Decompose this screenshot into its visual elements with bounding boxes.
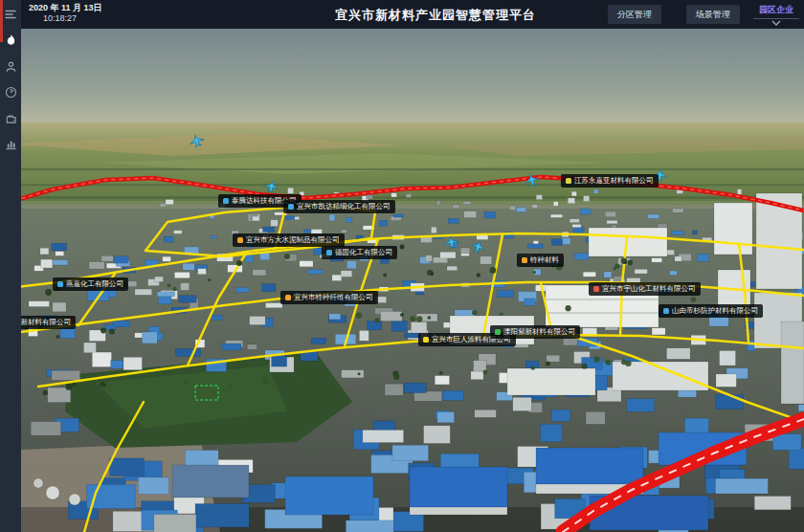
company-label-text: 特种材料 — [530, 256, 559, 264]
company-label[interactable]: 宜兴市特种纤维有限公司 — [280, 291, 378, 304]
company-label-text: 宜兴市方大水泥制品有限公司 — [246, 236, 340, 244]
sidebar-item-menu[interactable] — [0, 3, 21, 26]
date-text: 2020 年 11 月 13日 — [29, 3, 102, 13]
company-label-text: 宜兴市凯达精细化工有限公司 — [297, 203, 391, 211]
header-actions: 分区管理 场景管理 园区企业 — [608, 0, 802, 29]
sidebar-item-factory[interactable] — [0, 106, 21, 129]
time-text: 10:18:27 — [43, 13, 102, 24]
company-marker-icon — [326, 250, 332, 255]
company-label[interactable]: 宜兴市凯达精细化工有限公司 — [283, 200, 395, 213]
company-marker-icon — [285, 295, 291, 300]
company-label[interactable]: 德固化工有限公司 — [322, 246, 397, 259]
sidebar-item-fire[interactable] — [0, 29, 21, 52]
company-marker-icon — [423, 337, 429, 343]
factory-icon — [5, 112, 17, 124]
sky — [0, 27, 804, 126]
top-bar: 2020 年 11 月 13日 10:18:27 宜兴市新材料产业园智慧管理平台… — [21, 0, 804, 29]
company-marker-icon — [288, 204, 294, 210]
company-label-text: 德固化工有限公司 — [335, 249, 392, 256]
menu-icon — [4, 8, 17, 21]
park-enterprise-dropdown[interactable]: 园区企业 — [753, 4, 799, 26]
gauge-icon — [5, 86, 17, 99]
datetime-display: 2020 年 11 月 13日 10:18:27 — [29, 3, 102, 24]
company-marker-icon — [237, 237, 243, 243]
company-label[interactable]: 宜兴市宇山化工材料有限公司 — [589, 282, 701, 296]
company-marker-icon — [223, 198, 229, 204]
company-label[interactable]: 山由帝杉防护材料有限公司 — [659, 304, 763, 318]
left-sidebar — [0, 0, 21, 532]
company-label-text: 宜兴市宇山化工材料有限公司 — [602, 285, 696, 293]
active-accent-bar — [0, 0, 3, 42]
bar-chart-icon — [5, 138, 17, 150]
company-marker-icon — [593, 286, 599, 292]
smart-park-platform: 泰腾达科技有限公司宜兴市凯达精细化工有限公司宜兴市方大水泥制品有限公司德固化工有… — [0, 0, 804, 532]
company-label-text: 江苏永嘉亚材料有限公司 — [574, 177, 654, 185]
sidebar-item-user[interactable] — [0, 55, 21, 78]
company-marker-icon — [57, 281, 63, 287]
company-marker-icon — [522, 257, 527, 263]
company-label[interactable]: 燕嘉化工有限公司 — [53, 277, 128, 291]
company-label-text: 山由帝杉防护材料有限公司 — [672, 307, 758, 315]
company-label[interactable]: 溧阳紫新材料有限公司 — [490, 325, 580, 339]
sidebar-item-stats[interactable] — [0, 132, 21, 155]
zone-management-button[interactable]: 分区管理 — [608, 5, 661, 24]
company-label[interactable]: 特种材料 — [517, 254, 564, 267]
company-label-text: 溧阳紫新材料有限公司 — [503, 328, 575, 336]
company-label-text: 燕嘉化工有限公司 — [66, 280, 123, 288]
user-icon — [5, 60, 17, 73]
dropdown-label: 园区企业 — [759, 4, 793, 16]
scene-management-button[interactable]: 场景管理 — [686, 5, 740, 24]
map-3d-view[interactable] — [0, 0, 804, 532]
company-label[interactable]: 宜兴市方大水泥制品有限公司 — [233, 233, 345, 247]
fire-icon — [5, 33, 17, 47]
dropdown-divider — [753, 18, 799, 19]
sidebar-item-gauge[interactable] — [0, 80, 21, 103]
page-title: 宜兴市新材料产业园智慧管理平台 — [335, 7, 536, 24]
company-marker-icon — [495, 329, 501, 335]
company-marker-icon — [663, 308, 669, 314]
company-label[interactable]: 江苏永嘉亚材料有限公司 — [561, 174, 659, 188]
company-label-text: 宜兴市特种纤维有限公司 — [294, 294, 373, 301]
company-marker-icon — [566, 178, 571, 184]
chevron-down-icon — [770, 20, 782, 26]
